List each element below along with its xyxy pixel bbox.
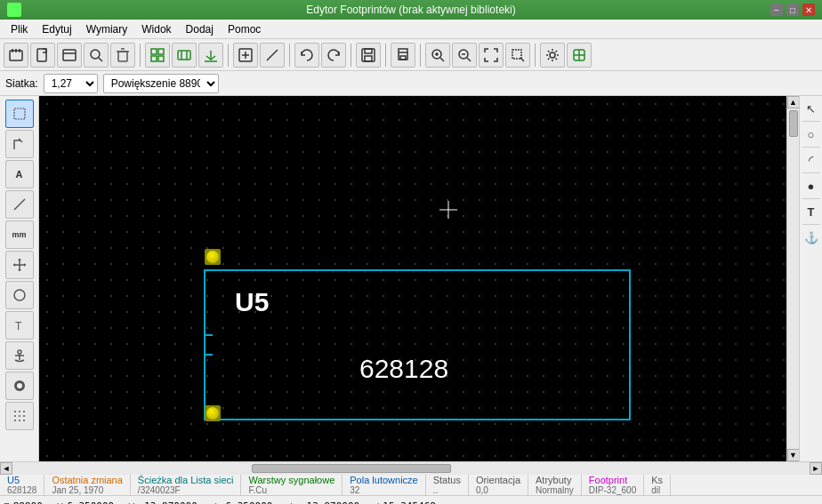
text-right-button[interactable]: T [802,203,820,220]
status-extra-value: dil [651,485,663,495]
menu-edytuj[interactable]: Edytuj [35,21,78,37]
status-layer-cell: Warstwy sygnałowe F.Cu [241,475,342,495]
zoom-selection-button[interactable] [505,43,530,68]
zoom-fit-button[interactable] [479,43,504,68]
maximize-button[interactable]: □ [786,4,799,16]
zoom-select[interactable]: Powiększenie 8890 Powiększenie 4000 [103,74,219,93]
svg-point-53 [17,383,22,388]
minimize-button[interactable]: − [770,4,783,16]
search-button[interactable] [84,43,109,68]
svg-point-61 [19,420,20,421]
scroll-down-button[interactable]: ▼ [787,449,800,461]
add-text-left-button[interactable]: A [5,160,34,188]
svg-rect-9 [118,52,127,61]
scroll-track-vertical[interactable] [787,108,800,449]
dx-coord-cell: dx 6,350000 [212,500,273,504]
arc-right-button[interactable]: ◜ [802,151,820,169]
zoom-out-button[interactable] [452,43,477,68]
move-button[interactable] [5,251,34,279]
status-extra-label: Ks [651,475,663,485]
svg-rect-25 [365,49,372,53]
select-tool-button[interactable] [5,100,34,128]
status-attrs-cell: Atrybuty Normalny [528,475,582,495]
scroll-thumb-horizontal[interactable] [252,464,451,473]
grid-dots-button[interactable] [5,402,34,430]
close-button[interactable]: ✕ [802,4,815,16]
status-change-value: Jan 25, 1970 [52,485,122,495]
unit-cell: mm [450,500,462,504]
pad-32[interactable] [205,405,221,421]
svg-rect-4 [37,49,46,61]
status-extra-cell: Ks dil [644,475,671,495]
horizontal-scrollbar[interactable]: ◄ ► [0,461,822,474]
status-ref: U5 [7,475,36,485]
z-coord-cell: Z 88900 [4,500,43,504]
anchor-button[interactable] [5,341,34,370]
grid-label: Siatka: [5,77,38,90]
svg-rect-5 [63,50,76,60]
app-title: Edytor Footprintów (brak aktywnej biblio… [306,4,515,16]
ic-notch [204,334,213,356]
menu-pomoc[interactable]: Pomoc [221,21,268,37]
scroll-thumb-vertical[interactable] [789,110,798,137]
svg-rect-36 [512,50,521,59]
import-button[interactable] [198,43,223,68]
route-button[interactable] [260,43,285,68]
via-button[interactable] [5,372,34,400]
status-ref-cell: U5 628128 [0,475,44,495]
menu-wymiary[interactable]: Wymiary [79,21,135,37]
canvas-area[interactable]: U5 628128 ▲ ▼ [39,96,799,461]
menu-dodaj[interactable]: Dodaj [179,21,221,37]
place-button[interactable] [233,43,258,68]
arc-button[interactable] [5,281,34,309]
app-icon [7,3,21,17]
x-value: 6,350000 [67,500,114,504]
svg-point-7 [91,50,100,59]
add-line-button[interactable] [5,190,34,219]
status-orient-cell: Orientacja 0,0 [469,475,528,495]
settings-button[interactable] [540,43,565,68]
pad-array-button[interactable] [172,43,197,68]
delete-button[interactable] [110,43,135,68]
scroll-right-button[interactable]: ► [810,462,822,475]
open-library-button[interactable] [4,43,28,68]
d-label: d [374,501,379,505]
save-button[interactable] [356,43,381,68]
print-button[interactable] [391,43,415,68]
route-track-button[interactable] [5,130,34,158]
crosshair [439,201,457,221]
scroll-up-button[interactable]: ▲ [787,96,800,108]
footprint-wizard-button[interactable] [567,43,592,68]
options-bar: Siatka: 1,27 0,635 2,54 Powiększenie 889… [0,71,822,96]
right-toolbar: ↖ ○ ◜ ● T ⚓ [799,96,822,461]
unit-mm-button[interactable]: mm [5,220,34,249]
scroll-left-button[interactable]: ◄ [0,462,12,475]
add-pad-button[interactable] [145,43,170,68]
browse-button[interactable] [57,43,82,68]
svg-point-47 [14,290,25,300]
text-left-button[interactable]: T [5,311,34,340]
vertical-scrollbar[interactable]: ▲ ▼ [786,96,799,461]
pad-16[interactable] [205,249,221,265]
svg-point-49 [18,350,21,354]
svg-rect-16 [178,51,190,60]
status-attrs-label: Atrybuty [536,475,574,485]
menu-widok[interactable]: Widok [134,21,178,37]
component-value-label: 628128 [359,354,448,384]
pointer-tool-button[interactable]: ↖ [802,100,820,117]
anchor-right-button[interactable]: ⚓ [802,228,820,246]
z-label: Z [4,501,10,505]
filled-circle-button[interactable]: ● [802,177,820,195]
circle-right-button[interactable]: ○ [802,125,820,143]
svg-point-56 [23,411,25,412]
svg-line-8 [99,58,102,61]
undo-button[interactable] [294,43,319,68]
menu-plik[interactable]: Plik [4,21,35,37]
status-footprint-label: Footprint [589,475,636,485]
redo-button[interactable] [321,43,346,68]
svg-rect-14 [151,56,157,61]
grid-select[interactable]: 1,27 0,635 2,54 [44,74,98,93]
new-button[interactable] [30,43,55,68]
component-ref-label: U5 [235,287,269,317]
zoom-in-button[interactable] [425,43,450,68]
